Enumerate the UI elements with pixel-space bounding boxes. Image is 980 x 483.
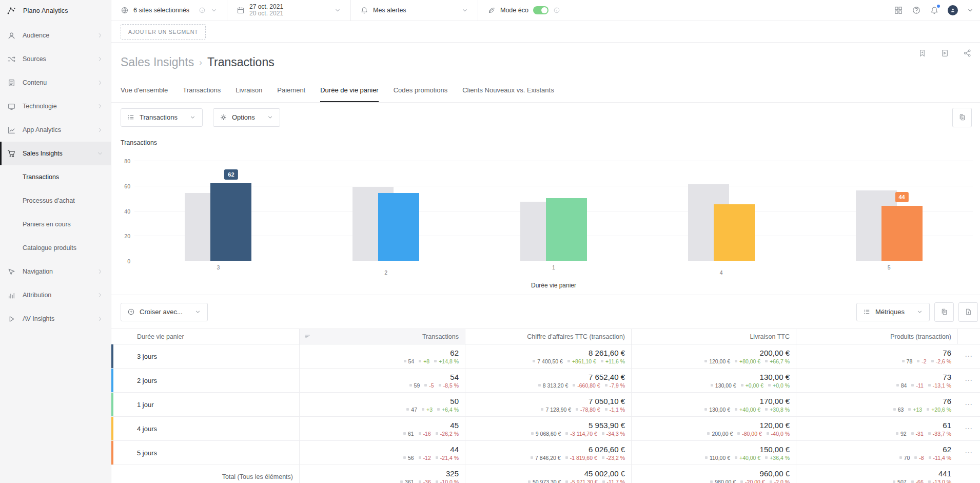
av-insights-icon [7, 315, 16, 323]
share-icon[interactable] [963, 49, 972, 57]
table-row-1-jour[interactable]: 1 jour5047+3+6,4 %7 050,10 €7 128,90 €-7… [111, 393, 980, 417]
breadcrumb-parent[interactable]: Sales Insights [121, 55, 194, 69]
technologie-icon [7, 102, 16, 111]
bookmark-star-icon[interactable] [918, 49, 927, 57]
tab-list: Vue d'ensembleTransactionsLivraisonPaiem… [121, 86, 554, 102]
sidebar-item-app-analytics[interactable]: App Analytics [0, 118, 111, 142]
table-row-3-jours[interactable]: 3 jours6254+8+14,8 %8 261,60 €7 400,50 €… [111, 344, 980, 369]
apps-grid-icon[interactable] [894, 6, 903, 15]
column-header-duree-vie-panier[interactable]: Durée vie panier [111, 329, 299, 344]
bar-current[interactable] [546, 198, 587, 261]
column-header-produits-transaction[interactable]: Produits (transaction) [796, 329, 957, 344]
cross-with-dropdown[interactable]: Croiser avec... [121, 303, 208, 321]
tab-clients-nouveaux-vs-existants[interactable]: Clients Nouveaux vs. Existants [462, 86, 554, 102]
eco-mode-section: Mode éco [478, 0, 570, 21]
sidebar-item-navigation[interactable]: Navigation [0, 260, 111, 283]
site-selector[interactable]: 6 sites sélectionnés [111, 0, 227, 21]
previous-value: 7 846,20 € [531, 455, 561, 461]
report-file-icon[interactable] [940, 49, 949, 57]
x-tick-label: 4 [637, 269, 805, 276]
attribution-icon [7, 291, 16, 300]
comparison-line: 9 068,60 €-3 114,70 €-34,3 % [531, 431, 625, 437]
y-tick-label: 80 [114, 158, 130, 164]
brand[interactable]: Piano Analytics [0, 0, 111, 22]
filter-icon[interactable] [304, 333, 311, 340]
table-row-4-jours[interactable]: 4 jours4561-16-26,2 %5 953,90 €9 068,60 … [111, 417, 980, 441]
metric-dropdown[interactable]: Transactions [121, 108, 203, 127]
previous-value: 7 400,50 € [533, 358, 563, 364]
chevron-down-icon [916, 308, 923, 315]
add-segment-button[interactable]: AJOUTER UN SEGMENT [121, 24, 206, 40]
variation-value: -36 [419, 479, 431, 483]
y-tick-label: 20 [114, 233, 130, 239]
variation-value: +14,8 % [434, 358, 459, 364]
sidebar-subitem-paniers-en-cours[interactable]: Paniers en cours [0, 212, 111, 236]
cell-value: 62 [943, 445, 951, 454]
options-dropdown[interactable]: Options [213, 108, 280, 127]
row-actions-button[interactable]: ⋯ [957, 369, 980, 392]
row-actions-button[interactable]: ⋯ [957, 441, 980, 465]
tab-livraison[interactable]: Livraison [236, 86, 262, 102]
eco-toggle[interactable] [533, 6, 548, 14]
x-tick-label: 5 [805, 264, 973, 271]
metric-cell: 441507-66-13,0 % [796, 465, 957, 483]
sidebar-item-sales-insights[interactable]: Sales Insights [0, 142, 111, 165]
column-header-chiffre-d-affaires-ttc-transaction[interactable]: Chiffre d'affaires TTC (transaction) [465, 329, 631, 344]
variation-value: -11 [911, 382, 923, 389]
chart-section: Transactions 020406080 6244 32145 Durée … [111, 132, 980, 295]
copy-table-button[interactable] [934, 302, 954, 322]
sidebar-item-attribution[interactable]: Attribution [0, 283, 111, 307]
tab-transactions[interactable]: Transactions [183, 86, 221, 102]
variation-value: -78,80 € [576, 407, 600, 413]
table-row-2-jours[interactable]: 2 jours5459-5-8,5 %7 652,40 €8 313,20 €-… [111, 369, 980, 393]
column-header-livraison-ttc[interactable]: Livraison TTC [631, 329, 796, 344]
previous-value: 130,00 € [704, 407, 730, 413]
date-range-picker[interactable]: 27 oct. 2021 20 oct. 2021 [227, 0, 351, 21]
row-actions-button[interactable]: ⋯ [957, 344, 980, 368]
metric-cell: 7 050,10 €7 128,90 €-78,80 €-1,1 % [465, 393, 631, 416]
variation-value: +66,7 % [765, 358, 790, 364]
previous-value: 59 [409, 382, 420, 389]
copy-chart-button[interactable] [952, 108, 972, 127]
row-label: 2 jours [111, 369, 299, 392]
export-file-button[interactable] [958, 302, 978, 322]
variation-value: +30,8 % [765, 407, 790, 413]
bar-current[interactable] [210, 183, 251, 261]
variation-value: -10,0 % [436, 479, 459, 483]
bar-current[interactable] [378, 193, 419, 261]
sidebar-item-audience[interactable]: Audience [0, 24, 111, 47]
help-icon[interactable] [912, 6, 921, 15]
comparison-line: 507-66-13,0 % [893, 479, 951, 483]
metrics-dropdown[interactable]: Métriques [856, 303, 930, 321]
y-tick-label: 0 [114, 258, 130, 264]
cell-value: 200,00 € [760, 349, 790, 357]
user-avatar[interactable] [948, 5, 958, 15]
metrics-dropdown-label: Métriques [875, 308, 905, 316]
tab-codes-promotions[interactable]: Codes promotions [394, 86, 448, 102]
sidebar-item-sources[interactable]: Sources [0, 47, 111, 71]
cell-value: 325 [446, 469, 459, 478]
sidebar-subitem-transactions[interactable]: Transactions [0, 165, 111, 189]
column-header-label: Durée vie panier [137, 333, 184, 340]
y-tick-label: 40 [114, 208, 130, 215]
sidebar-item-label: AV Insights [23, 315, 96, 322]
column-header-transactions[interactable]: Transactions [299, 329, 465, 344]
sidebar-subitem-processus-d-achat[interactable]: Processus d'achat [0, 189, 111, 212]
bar-current[interactable] [714, 204, 755, 261]
table-row-5-jours[interactable]: 5 jours4456-12-21,4 %6 026,60 €7 846,20 … [111, 441, 980, 465]
sidebar-item-contenu[interactable]: Contenu [0, 71, 111, 94]
sidebar-subitem-catalogue-produits[interactable]: Catalogue produits [0, 236, 111, 260]
sidebar-item-av-insights[interactable]: AV Insights [0, 307, 111, 331]
bar-group-5: 44 [805, 161, 973, 261]
sidebar-item-technologie[interactable]: Technologie [0, 94, 111, 118]
alerts-selector[interactable]: Mes alertes [351, 0, 478, 21]
notifications-bell-icon[interactable] [930, 6, 939, 15]
row-actions-button[interactable]: ⋯ [957, 393, 980, 416]
chevron-down-icon[interactable] [967, 7, 974, 14]
tab-duree-de-vie-panier[interactable]: Durée de vie panier [320, 86, 378, 102]
comparison-line: 7 846,20 €-1 819,60 €-23,2 % [531, 455, 625, 461]
bar-current[interactable] [881, 206, 923, 261]
tab-vue-d-ensemble[interactable]: Vue d'ensemble [121, 86, 168, 102]
tab-paiement[interactable]: Paiement [277, 86, 305, 102]
row-actions-button[interactable]: ⋯ [957, 417, 980, 440]
